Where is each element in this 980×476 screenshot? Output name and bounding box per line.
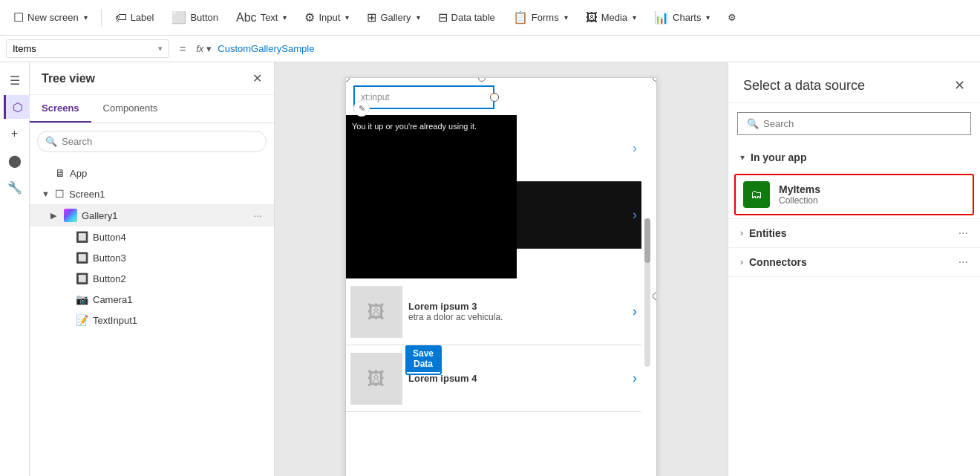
- more-button[interactable]: ⚙: [720, 7, 744, 27]
- button-button[interactable]: ⬜ Button: [164, 6, 226, 29]
- charts-button[interactable]: 📊 Charts ▾: [647, 6, 717, 29]
- tree-item-button2[interactable]: 🔲 Button2: [30, 268, 274, 289]
- property-label: Items: [13, 43, 36, 54]
- gallery-thumb-3: 🖼: [350, 286, 402, 338]
- data-section-in-app-header[interactable]: ▾ In your app: [728, 144, 980, 171]
- new-screen-button[interactable]: ☐ New screen ▾: [6, 6, 95, 29]
- tab-screens[interactable]: Screens: [30, 95, 91, 123]
- tree-items: 🖥 App ▼ ☐ Screen1 ▶ Gallery1 ··· 🔲 Butto…: [30, 160, 274, 476]
- gallery-arrow-1: ›: [633, 140, 637, 156]
- scrollbar-track: [644, 218, 650, 367]
- fx-indicator: fx ▾: [196, 43, 212, 54]
- sidebar-title: Tree view: [42, 72, 95, 85]
- connectors-chevron-icon: ›: [740, 257, 743, 267]
- connectors-more-icon[interactable]: ···: [958, 255, 968, 269]
- toolbar-separator: [101, 9, 102, 27]
- data-section-connectors-header[interactable]: › Connectors ···: [728, 248, 980, 276]
- gallery-thumb-4: 🖼: [350, 353, 402, 405]
- data-button[interactable]: ⬤: [3, 149, 27, 172]
- input-button[interactable]: ⚙ Input ▾: [297, 6, 356, 29]
- button4-icon: 🔲: [76, 231, 88, 243]
- property-dropdown[interactable]: Items ▾: [6, 39, 169, 58]
- save-data-button[interactable]: Save Data: [405, 345, 441, 372]
- hamburger-menu-button[interactable]: ☰: [3, 68, 27, 92]
- gallery-button[interactable]: ⊞ Gallery ▾: [359, 6, 427, 29]
- textinput-right-handle[interactable]: [490, 93, 499, 102]
- tree-label-textinput1: TextInput1: [93, 315, 262, 326]
- dark-overlay-text: You it up or you're already using it.: [346, 115, 517, 138]
- chevron-down-icon: ▾: [84, 13, 88, 22]
- tree-item-camera1[interactable]: 📷 Camera1: [30, 289, 274, 310]
- entities-more-icon[interactable]: ···: [958, 226, 968, 240]
- text-chevron-icon: ▾: [283, 13, 287, 22]
- data-panel-title: Select a data source: [743, 78, 865, 94]
- tree-label-button2: Button2: [93, 273, 262, 284]
- canvas-edit-icon[interactable]: ✎: [353, 100, 370, 117]
- gallery-icon: [64, 209, 77, 222]
- sidebar-search-box: 🔍: [37, 131, 267, 152]
- search-input[interactable]: [62, 136, 258, 147]
- tree-chevron-gallery1: ▶: [50, 211, 59, 221]
- text-button[interactable]: Abc Text ▾: [229, 7, 294, 29]
- charts-chevron-icon: ▾: [706, 13, 710, 22]
- canvas-frame: xt:input ✎ You it up or you're already u…: [345, 77, 657, 476]
- formula-bar: Items ▾ = fx ▾ CustomGallerySample: [0, 36, 980, 62]
- gallery-title-3: Lorem ipsum 3: [408, 301, 637, 312]
- scrollbar-thumb[interactable]: [644, 218, 650, 263]
- media-chevron-icon: ▾: [633, 13, 636, 22]
- selection-handle-tr[interactable]: [653, 77, 657, 82]
- tree-item-app[interactable]: 🖥 App: [30, 163, 274, 183]
- gallery-item-4[interactable]: 🖼 Lorem ipsum 4 ›: [346, 345, 641, 412]
- data-panel-close-button[interactable]: ✕: [954, 77, 965, 94]
- label-button[interactable]: 🏷 Label: [108, 7, 162, 29]
- gallery-title-4: Lorem ipsum 4: [408, 373, 637, 384]
- data-panel-search-box: 🔍: [737, 112, 971, 135]
- tab-components[interactable]: Components: [91, 95, 170, 123]
- layers-button[interactable]: ⬡: [4, 95, 30, 119]
- tree-item-button4[interactable]: 🔲 Button4: [30, 226, 274, 247]
- tree-label-screen1: Screen1: [69, 189, 262, 200]
- dark-overlay: You it up or you're already using it.: [346, 115, 517, 278]
- tools-button[interactable]: 🔧: [3, 175, 27, 199]
- canvas-area[interactable]: xt:input ✎ You it up or you're already u…: [275, 62, 728, 476]
- tree-chevron-screen1: ▼: [42, 189, 50, 198]
- connectors-label: Connectors: [749, 256, 807, 268]
- data-search-icon: 🔍: [747, 118, 759, 129]
- sidebar-tabs: Screens Components: [30, 95, 274, 123]
- gallery-more-icon[interactable]: ···: [253, 209, 262, 221]
- camera-icon: 📷: [76, 293, 88, 305]
- add-button[interactable]: +: [3, 122, 27, 146]
- sidebar-header: Tree view ✕: [30, 62, 274, 95]
- gallery-item-3[interactable]: 🖼 Lorem ipsum 3 etra a dolor ac vehicula…: [346, 278, 641, 345]
- selection-handle-mr[interactable]: [653, 293, 657, 300]
- gallery-body-3: etra a dolor ac vehicula.: [408, 312, 637, 322]
- left-icon-bar: ☰ ⬡ + ⬤ 🔧: [0, 62, 30, 476]
- data-section-entities-header[interactable]: › Entities ···: [728, 219, 980, 247]
- tree-label-app: App: [70, 168, 262, 179]
- media-button[interactable]: 🖼 Media ▾: [578, 7, 644, 29]
- data-source-panel: Select a data source ✕ 🔍 ▾ In your app 🗂: [728, 62, 980, 476]
- tree-item-screen1[interactable]: ▼ ☐ Screen1: [30, 183, 274, 204]
- canvas-textinput[interactable]: xt:input: [353, 85, 494, 109]
- app-icon: 🖥: [55, 167, 65, 179]
- myitems-name: MyItems: [779, 183, 965, 195]
- data-item-myitems[interactable]: 🗂 MyItems Collection: [734, 174, 974, 215]
- tree-item-gallery1[interactable]: ▶ Gallery1 ···: [30, 204, 274, 226]
- tree-item-button3[interactable]: 🔲 Button3: [30, 247, 274, 268]
- data-table-button[interactable]: ⊟ Data table: [431, 6, 503, 29]
- sidebar-close-button[interactable]: ✕: [252, 71, 262, 85]
- gallery-arrow-3: ›: [633, 304, 637, 319]
- selection-handle-tl[interactable]: [345, 77, 350, 82]
- forms-button[interactable]: 📋 Forms ▾: [506, 6, 575, 29]
- button2-icon: 🔲: [76, 273, 88, 284]
- data-search-input[interactable]: [763, 118, 961, 129]
- selection-handle-tc[interactable]: [478, 77, 486, 82]
- tree-item-textinput1[interactable]: 📝 TextInput1: [30, 310, 274, 330]
- main-toolbar: ☐ New screen ▾ 🏷 Label ⬜ Button Abc Text…: [0, 0, 980, 36]
- tree-label-gallery1: Gallery1: [82, 210, 249, 221]
- sidebar: Tree view ✕ Screens Components 🔍 🖥 App ▼…: [30, 62, 275, 476]
- property-chevron-icon: ▾: [158, 44, 163, 53]
- formula-value[interactable]: CustomGallerySample: [218, 43, 314, 54]
- button3-icon: 🔲: [76, 252, 88, 264]
- in-app-label: In your app: [751, 151, 806, 163]
